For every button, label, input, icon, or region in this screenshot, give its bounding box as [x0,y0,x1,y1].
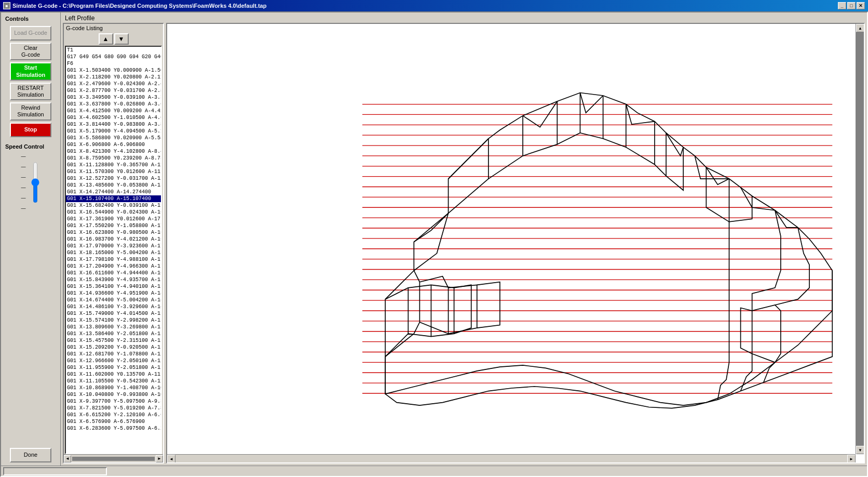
main-window: Controls Load G-code ClearG-code StartSi… [0,11,868,477]
gcode-line[interactable]: G01 X-5.586800 Y0.020900 A-5.586800 [66,135,161,141]
scroll-right-arrow-v[interactable]: ► [847,455,856,463]
gcode-line[interactable]: G01 X-5.179000 Y-4.094500 A-5.179000 [66,128,161,135]
gcode-toolbar: ▲ ▼ [64,32,163,46]
gcode-line[interactable]: G01 X-10.868900 Y-1.408700 A-10.868900 [66,385,161,391]
scroll-left-arrow[interactable]: ◄ [64,455,71,462]
gcode-line[interactable]: G01 X-17.970000 Y-3.923600 A-17.970000 [66,243,161,249]
v-scroll-track[interactable] [856,32,864,446]
gcode-line[interactable]: G01 X-15.209200 Y-0.920500 A-15.209200 [66,344,161,351]
tick-4: — [21,185,26,190]
gcode-line[interactable]: G01 X-10.040800 Y-0.993800 A-10.040800 [66,391,161,398]
close-button[interactable]: ✕ [857,2,865,9]
gcode-line[interactable]: G01 X-14.936600 Y-4.951900 A-14.936600 [66,290,161,297]
speed-slider[interactable] [30,162,40,203]
scroll-up-arrow[interactable]: ▲ [856,24,864,32]
gcode-line[interactable]: G01 X-15.574100 Y-2.998200 A-15.574100 [66,317,161,324]
scroll-down-arrow[interactable]: ▼ [856,446,864,454]
start-simulation-button[interactable]: StartSimulation [10,62,51,80]
scroll-left-arrow-v[interactable]: ◄ [167,455,175,463]
gcode-line[interactable]: G01 X-13.809600 Y-3.269800 A-13.809600 [66,324,161,330]
gcode-line[interactable]: G01 X-4.412500 Y0.009200 A-4.412500 [66,108,161,114]
gcode-line[interactable]: G01 X-12.966600 Y-2.050100 A-12.966600 [66,357,161,364]
gcode-line[interactable]: G01 X-9.397700 Y-5.097500 A-9.397700 [66,398,161,405]
gcode-line[interactable]: G01 X-11.105500 Y-0.542300 A-11.105500 [66,378,161,385]
gcode-line[interactable]: G01 X-12.681700 Y-1.078800 A-12.681700 [66,351,161,357]
gcode-line[interactable]: G01 X-17.798100 Y-4.988100 A-17.798100 [66,256,161,263]
gcode-line[interactable]: G01 X-6.615200 Y-2.120100 A-6.615200 [66,412,161,418]
gcode-line[interactable]: G01 X-16.611600 Y-4.944400 A-16.611600 [66,270,161,276]
gcode-line[interactable]: G01 X-14.674400 Y-5.004200 A-14.674400 [66,297,161,303]
title-bar-text-area: ■ Simulate G-code - C:\Program Files\Des… [3,2,266,9]
maximize-button[interactable]: □ [847,2,856,9]
clear-gcode-button[interactable]: ClearG-code [10,43,51,60]
rewind-simulation-button[interactable]: Rewind Simulation [10,102,51,120]
gcode-line[interactable]: G01 X-13.485600 Y-0.053800 A-13.485600 [66,182,161,189]
viewport-vertical-scrollbar[interactable]: ▲ ▼ [856,24,864,454]
gcode-line[interactable]: G01 X-15.364100 Y-4.940100 A-15.364100 [66,283,161,290]
gcode-line[interactable]: G01 X-17.550200 Y-1.058800 A-17.550200 [66,222,161,229]
gcode-line[interactable]: G01 X-16.544900 Y-0.024300 A-16.544900 [66,209,161,216]
status-bar [1,466,867,476]
load-gcode-button[interactable]: Load G-code [10,26,51,41]
gcode-line[interactable]: G01 X-11.570300 Y0.012600 A-11.570300 [66,168,161,175]
gcode-line[interactable]: G01 X-11.955900 Y-2.051800 A-11.955900 [66,364,161,371]
scroll-right-arrow[interactable]: ► [156,455,163,462]
gcode-line[interactable]: G01 X-12.527200 Y-0.031700 A-12.527200 [66,175,161,182]
gcode-container: G-code Listing ▲ ▼ T1G17 G49 G54 G80 G90… [63,23,164,463]
gcode-line[interactable]: G01 X-17.204900 Y-4.966300 A-17.204900 [66,263,161,270]
restart-simulation-button[interactable]: RESTARTSimulation [10,83,51,100]
gcode-line[interactable]: G01 X-2.877700 Y-0.031700 A-2.877700 [66,87,161,94]
gcode-line[interactable]: G01 X-8.759500 Y0.239200 A-8.759500 [66,155,161,162]
tick-6: — [21,206,26,211]
tick-1: — [21,154,26,159]
app-icon: ■ [3,2,10,9]
gcode-line[interactable]: G01 X-15.749000 Y-4.014500 A-15.749000 [66,310,161,317]
gcode-line[interactable]: G01 X-11.602000 Y0.135700 A-11.602000 [66,371,161,378]
gcode-line[interactable]: G01 X-3.637800 Y-0.026800 A-3.637800 [66,101,161,108]
done-button[interactable]: Done [10,448,51,462]
gcode-line[interactable]: G01 X-4.602500 Y-1.010500 A-4.602500 [66,114,161,121]
gcode-up-button[interactable]: ▲ [99,33,113,45]
minimize-button[interactable]: _ [838,2,846,9]
viewport-horizontal-scrollbar[interactable]: ◄ ► [167,454,856,462]
tick-3: — [21,175,26,180]
gcode-line[interactable]: G01 X-16.623800 Y-0.980500 A-16.623800 [66,229,161,236]
controls-panel: Controls Load G-code ClearG-code StartSi… [1,12,61,466]
gcode-line[interactable]: G01 X-6.906800 A-6.906800 [66,141,161,148]
gcode-line[interactable]: G01 X-15.107400 A-15.107400 [66,195,161,202]
gcode-line[interactable]: G01 X-17.361900 Y0.012600 A-17.361900 [66,216,161,222]
gcode-line[interactable]: G01 X-2.479600 Y-0.024300 A-2.479600 [66,81,161,87]
h-scroll-track[interactable] [72,457,155,461]
gcode-line[interactable]: G01 X-16.983700 Y-4.021200 A-16.983700 [66,236,161,243]
gcode-line[interactable]: G01 X-1.503400 Y0.000900 A-1.503400 [66,67,161,74]
gcode-line[interactable]: G01 X-6.576900 A-6.576900 [66,418,161,425]
gcode-list[interactable]: T1G17 G49 G54 G80 G90 G94 G20 G40F6G01 X… [66,47,161,453]
gcode-line[interactable]: G17 G49 G54 G80 G90 G94 G20 G40 [66,54,161,60]
gcode-panel: G-code Listing ▲ ▼ T1G17 G49 G54 G80 G90… [61,23,867,466]
gcode-line[interactable]: G01 X-14.274400 A-14.274400 [66,189,161,195]
status-panel [3,467,107,475]
gcode-line[interactable]: G01 X-15.843900 Y-4.935700 A-15.843900 [66,276,161,283]
gcode-line[interactable]: G01 X-11.128800 Y-0.365700 A-11.128800 [66,162,161,168]
gcode-line[interactable]: T1 [66,47,161,54]
gcode-line[interactable]: F6 [66,60,161,67]
gcode-line[interactable]: G01 X-18.165000 Y-5.004200 A-18.165000 [66,249,161,256]
gcode-line[interactable]: G01 X-6.283600 Y-5.097500 A-6.283600 [66,425,161,432]
gcode-line[interactable]: G01 X-3.814400 Y-0.983800 A-3.814400 [66,121,161,128]
gcode-line[interactable]: G01 X-15.682400 Y-0.039100 A-15.682400 [66,202,161,209]
gcode-line[interactable]: G01 X-7.821500 Y-5.019200 A-7.821500 [66,405,161,412]
gcode-line[interactable]: G01 X-3.349500 Y-0.039100 A-3.349500 [66,94,161,101]
gcode-horizontal-scrollbar[interactable]: ◄ ► [64,454,163,462]
right-panel: Left Profile G-code Listing ▲ ▼ T1G17 G4… [61,12,867,466]
gcode-line[interactable]: G01 X-15.457500 Y-2.315100 A-15.457500 [66,337,161,344]
gcode-line[interactable]: G01 X-8.421300 Y-4.102800 A-8.421300 [66,148,161,155]
title-bar: ■ Simulate G-code - C:\Program Files\Des… [0,0,868,11]
stop-button[interactable]: Stop [10,123,51,137]
gcode-line[interactable]: G01 X-14.486100 Y-3.929600 A-14.486100 [66,303,161,310]
gcode-listing-title: G-code Listing [64,24,163,32]
foam-outline [385,92,832,408]
gcode-down-button[interactable]: ▼ [114,33,129,45]
gcode-line[interactable]: G01 X-13.586400 Y-2.051800 A-13.586400 [66,330,161,337]
gcode-line[interactable]: G01 X-2.118200 Y0.020800 A-2.118200 [66,74,161,81]
simulation-viewport[interactable]: ▲ ▼ ◄ ► [166,23,865,463]
